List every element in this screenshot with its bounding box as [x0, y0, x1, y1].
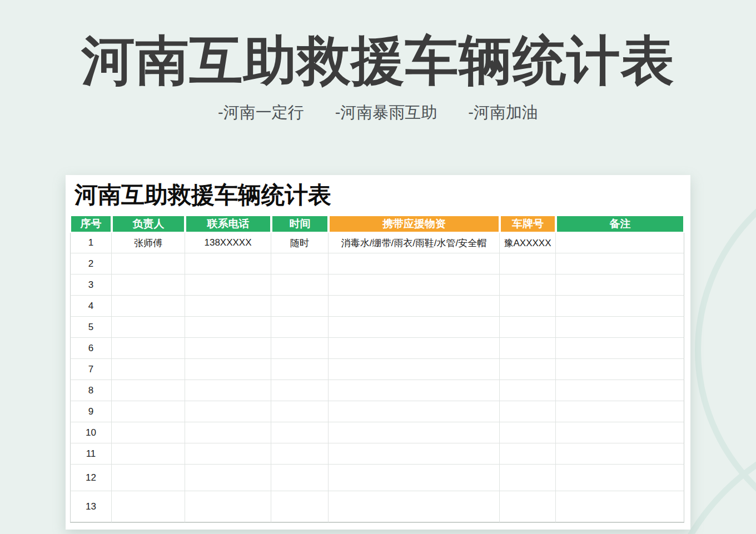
- table-cell-note[interactable]: [556, 275, 684, 296]
- table-cell-phone[interactable]: 138XXXXX: [185, 233, 271, 253]
- table-row: 10: [70, 422, 684, 443]
- table-cell-plate[interactable]: [500, 253, 556, 275]
- table-cell-time[interactable]: [271, 317, 329, 338]
- table-cell-owner[interactable]: [112, 275, 185, 296]
- table-row: 7: [70, 359, 684, 380]
- table-cell-supplies[interactable]: [329, 253, 500, 275]
- table-cell-plate[interactable]: [500, 443, 556, 465]
- table-cell-supplies[interactable]: [329, 380, 500, 401]
- table-cell-phone[interactable]: [185, 275, 271, 296]
- table-cell-phone[interactable]: [185, 465, 271, 491]
- table-cell-index[interactable]: 13: [70, 491, 112, 523]
- table-cell-owner[interactable]: [112, 253, 185, 275]
- table-cell-supplies[interactable]: [329, 422, 500, 443]
- table-cell-plate[interactable]: [500, 359, 556, 380]
- table-cell-phone[interactable]: [185, 380, 271, 401]
- table-cell-note[interactable]: [556, 296, 684, 317]
- table-cell-plate[interactable]: 豫AXXXXX: [500, 233, 556, 253]
- table-cell-note[interactable]: [556, 233, 684, 253]
- table-cell-phone[interactable]: [185, 422, 271, 443]
- column-header-phone: 联系电话: [185, 215, 271, 233]
- table-cell-plate[interactable]: [500, 401, 556, 422]
- table-cell-time[interactable]: [271, 338, 329, 359]
- table-cell-note[interactable]: [556, 359, 684, 380]
- table-cell-index[interactable]: 5: [70, 317, 112, 338]
- table-cell-time[interactable]: 随时: [271, 233, 329, 253]
- table-row: 6: [70, 338, 684, 359]
- table-cell-plate[interactable]: [500, 491, 556, 523]
- table-cell-index[interactable]: 4: [70, 296, 112, 317]
- table-cell-note[interactable]: [556, 253, 684, 275]
- column-header-index: 序号: [70, 215, 112, 233]
- table-cell-owner[interactable]: [112, 465, 185, 491]
- table-cell-index[interactable]: 2: [70, 253, 112, 275]
- table-cell-owner[interactable]: [112, 443, 185, 465]
- table-cell-time[interactable]: [271, 401, 329, 422]
- table-cell-supplies[interactable]: [329, 465, 500, 491]
- table-cell-supplies[interactable]: [329, 443, 500, 465]
- table-cell-note[interactable]: [556, 401, 684, 422]
- table-cell-time[interactable]: [271, 275, 329, 296]
- table-cell-time[interactable]: [271, 380, 329, 401]
- table-cell-plate[interactable]: [500, 422, 556, 443]
- table-cell-owner[interactable]: [112, 317, 185, 338]
- table-cell-phone[interactable]: [185, 401, 271, 422]
- table-cell-owner[interactable]: 张师傅: [112, 233, 185, 253]
- table-cell-supplies[interactable]: [329, 401, 500, 422]
- table-cell-phone[interactable]: [185, 443, 271, 465]
- table-cell-note[interactable]: [556, 422, 684, 443]
- table-cell-index[interactable]: 12: [70, 465, 112, 491]
- table-cell-owner[interactable]: [112, 296, 185, 317]
- table-cell-index[interactable]: 6: [70, 338, 112, 359]
- table-cell-owner[interactable]: [112, 380, 185, 401]
- table-cell-index[interactable]: 9: [70, 401, 112, 422]
- table-cell-time[interactable]: [271, 296, 329, 317]
- table-cell-owner[interactable]: [112, 491, 185, 523]
- table-cell-owner[interactable]: [112, 359, 185, 380]
- table-cell-phone[interactable]: [185, 317, 271, 338]
- table-cell-phone[interactable]: [185, 296, 271, 317]
- table-cell-plate[interactable]: [500, 296, 556, 317]
- table-cell-supplies[interactable]: [329, 359, 500, 380]
- table-cell-supplies[interactable]: 消毒水/绷带/雨衣/雨鞋/水管/安全帽: [329, 233, 500, 253]
- table-cell-index[interactable]: 10: [70, 422, 112, 443]
- table-cell-phone[interactable]: [185, 359, 271, 380]
- table-cell-owner[interactable]: [112, 422, 185, 443]
- table-cell-note[interactable]: [556, 380, 684, 401]
- table-cell-supplies[interactable]: [329, 338, 500, 359]
- table-cell-time[interactable]: [271, 422, 329, 443]
- table-cell-note[interactable]: [556, 338, 684, 359]
- table-cell-note[interactable]: [556, 491, 684, 523]
- table-cell-phone[interactable]: [185, 253, 271, 275]
- table-cell-plate[interactable]: [500, 380, 556, 401]
- table-cell-owner[interactable]: [112, 338, 185, 359]
- table-cell-index[interactable]: 8: [70, 380, 112, 401]
- table-cell-time[interactable]: [271, 443, 329, 465]
- table-cell-phone[interactable]: [185, 491, 271, 523]
- table-cell-plate[interactable]: [500, 465, 556, 491]
- table-row: 4: [70, 296, 684, 317]
- table-cell-index[interactable]: 1: [70, 233, 112, 253]
- table-cell-note[interactable]: [556, 317, 684, 338]
- table-cell-plate[interactable]: [500, 338, 556, 359]
- table-cell-index[interactable]: 11: [70, 443, 112, 465]
- table-cell-plate[interactable]: [500, 275, 556, 296]
- table-cell-supplies[interactable]: [329, 275, 500, 296]
- page-title: 河南互助救援车辆统计表: [0, 29, 756, 92]
- table-cell-supplies[interactable]: [329, 491, 500, 523]
- rescue-vehicle-table: 序号负责人联系电话时间携带应援物资车牌号备注 1张师傅138XXXXX随时消毒水…: [70, 215, 684, 523]
- table-cell-time[interactable]: [271, 359, 329, 380]
- table-cell-supplies[interactable]: [329, 317, 500, 338]
- table-cell-supplies[interactable]: [329, 296, 500, 317]
- table-cell-note[interactable]: [556, 465, 684, 491]
- column-header-note: 备注: [556, 215, 684, 233]
- table-cell-time[interactable]: [271, 465, 329, 491]
- table-cell-time[interactable]: [271, 491, 329, 523]
- table-cell-index[interactable]: 7: [70, 359, 112, 380]
- table-cell-owner[interactable]: [112, 401, 185, 422]
- table-cell-plate[interactable]: [500, 317, 556, 338]
- table-cell-note[interactable]: [556, 443, 684, 465]
- table-cell-time[interactable]: [271, 253, 329, 275]
- table-cell-phone[interactable]: [185, 338, 271, 359]
- table-cell-index[interactable]: 3: [70, 275, 112, 296]
